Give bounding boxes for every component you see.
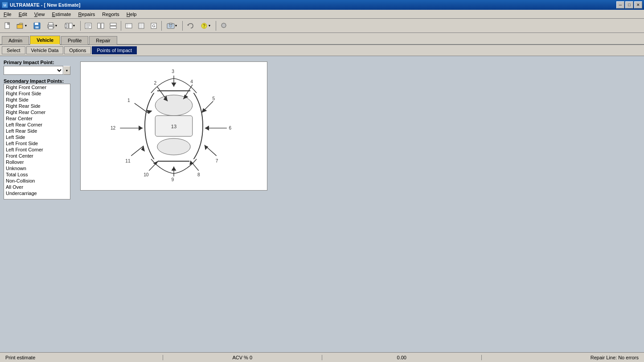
svg-marker-37: [187, 24, 189, 26]
list-item[interactable]: Unknown: [4, 165, 70, 171]
menu-help[interactable]: Help: [123, 10, 140, 18]
status-value: 0.00: [322, 355, 481, 360]
toolbar-btn7[interactable]: [135, 20, 147, 32]
diagram-area: 13 1 2 3 4: [78, 60, 640, 349]
menu-view[interactable]: View: [31, 10, 49, 18]
list-item[interactable]: Left Front Corner: [4, 146, 70, 153]
title-bar-buttons: ─ □ ✕: [616, 1, 642, 8]
title-bar: U ULTRAMATE - [ New Estimate] ─ □ ✕: [0, 0, 644, 10]
menu-repairs[interactable]: Repairs: [74, 10, 98, 18]
list-item[interactable]: Left Rear Corner: [4, 122, 70, 128]
sub-tabs: Select Vehicle Data Options Points of Im…: [0, 45, 644, 56]
list-item[interactable]: Left Rear Side: [4, 128, 70, 134]
list-item[interactable]: Non-Collision: [4, 178, 70, 184]
svg-text:4: 4: [190, 79, 193, 84]
list-item[interactable]: Right Side: [4, 97, 70, 103]
svg-marker-80: [139, 126, 143, 130]
toolbar-sep1: [80, 21, 81, 31]
toolbar-settings-btn[interactable]: [218, 20, 230, 32]
minimize-button[interactable]: ─: [616, 1, 624, 8]
list-item[interactable]: All Over: [4, 184, 70, 190]
svg-rect-36: [169, 23, 172, 24]
main-content: Primary Impact Point: ▼ Secondary Impact…: [0, 56, 644, 352]
secondary-impact-list[interactable]: Right Front Corner Right Front Side Righ…: [4, 84, 70, 199]
primary-impact-section: Primary Impact Point: ▼: [4, 60, 75, 75]
svg-text:11: 11: [125, 159, 131, 163]
tab-admin[interactable]: Admin: [2, 36, 29, 45]
svg-rect-6: [35, 23, 38, 25]
list-item[interactable]: Undercarriage: [4, 190, 70, 196]
svg-rect-9: [49, 23, 53, 25]
list-item[interactable]: Total Loss: [4, 171, 70, 178]
tab-repair[interactable]: Repair: [89, 36, 117, 45]
toolbar-open-btn[interactable]: ▼: [13, 20, 30, 32]
toolbar-sep3: [161, 21, 162, 31]
menu-reports[interactable]: Reports: [98, 10, 123, 18]
svg-point-42: [155, 95, 193, 115]
svg-text:2: 2: [154, 81, 156, 85]
primary-impact-select[interactable]: [4, 66, 63, 75]
title-bar-text: ULTRAMATE - [ New Estimate]: [10, 2, 616, 8]
tab-vehicle[interactable]: Vehicle: [30, 36, 60, 45]
sub-tab-select[interactable]: Select: [2, 46, 25, 54]
toolbar-print-group: ▼: [44, 20, 61, 32]
menu-bar: File Edit View Estimate Repairs Reports …: [0, 10, 644, 19]
toolbar-btn6[interactable]: [123, 20, 135, 32]
toolbar-new-btn[interactable]: [2, 20, 13, 32]
toolbar-sep5: [216, 21, 216, 31]
car-diagram-svg: 13 1 2 3 4: [81, 62, 267, 190]
app-icon: U: [2, 2, 8, 8]
list-item[interactable]: Rear Center: [4, 115, 70, 122]
list-item[interactable]: Right Front Side: [4, 90, 70, 97]
svg-line-76: [131, 146, 144, 156]
sub-tab-vehicle-data[interactable]: Vehicle Data: [26, 46, 64, 54]
svg-rect-7: [35, 26, 39, 28]
restore-button[interactable]: □: [625, 1, 633, 8]
impact-diagram[interactable]: 13 1 2 3 4: [80, 61, 267, 191]
status-acv: ACV % 0: [163, 355, 322, 360]
toolbar-btn5[interactable]: [107, 20, 119, 32]
toolbar-save-btn[interactable]: [31, 20, 43, 32]
svg-rect-22: [126, 24, 132, 28]
list-item[interactable]: Right Front Corner: [4, 84, 70, 90]
list-item[interactable]: Right Rear Side: [4, 103, 70, 109]
primary-impact-label: Primary Impact Point:: [4, 60, 75, 65]
svg-text:13: 13: [171, 124, 176, 129]
toolbar-undo-btn[interactable]: [185, 20, 196, 32]
status-print: Print estimate: [4, 355, 163, 360]
list-item[interactable]: Rollover: [4, 159, 70, 165]
close-button[interactable]: ✕: [634, 1, 642, 8]
secondary-impact-label: Secondary Impact Points:: [4, 78, 75, 84]
toolbar-help-btn[interactable]: ? ▼: [197, 20, 214, 32]
svg-rect-21: [110, 26, 116, 28]
sub-tab-points-of-impact[interactable]: Points of Impact: [92, 46, 137, 54]
secondary-impact-section: Secondary Impact Points: Right Front Cor…: [4, 77, 75, 199]
toolbar-btn8[interactable]: G: [148, 20, 160, 32]
primary-dropdown-arrow[interactable]: ▼: [63, 66, 70, 75]
list-item[interactable]: Left Side: [4, 134, 70, 140]
svg-rect-3: [17, 24, 23, 28]
list-item[interactable]: Front Center: [4, 153, 70, 159]
toolbar-view-group: ▼: [62, 20, 78, 32]
sub-tab-options[interactable]: Options: [64, 46, 91, 54]
list-item[interactable]: Left Front Side: [4, 140, 70, 146]
main-tabs: Admin Vehicle Profile Repair: [0, 33, 644, 45]
toolbar-view-btn[interactable]: ▼: [62, 20, 78, 32]
svg-point-43: [157, 138, 190, 155]
toolbar-photo-btn[interactable]: ▼: [164, 20, 180, 32]
toolbar: ▼ ▼ ▼ G ▼: [0, 19, 644, 33]
toolbar-btn4[interactable]: [95, 20, 107, 32]
toolbar-print-btn[interactable]: ▼: [44, 20, 61, 32]
list-item[interactable]: Right Rear Corner: [4, 109, 70, 115]
svg-text:7: 7: [216, 159, 218, 163]
svg-text:?: ?: [202, 24, 205, 28]
menu-estimate[interactable]: Estimate: [49, 10, 75, 18]
svg-marker-4: [17, 23, 23, 24]
menu-edit[interactable]: Edit: [15, 10, 31, 18]
toolbar-btn3[interactable]: [82, 20, 94, 32]
tab-profile[interactable]: Profile: [61, 36, 88, 45]
status-bar: Print estimate ACV % 0 0.00 Repair Line:…: [0, 352, 644, 362]
left-panel: Primary Impact Point: ▼ Secondary Impact…: [4, 60, 75, 349]
svg-rect-12: [65, 24, 67, 28]
menu-file[interactable]: File: [0, 10, 15, 18]
